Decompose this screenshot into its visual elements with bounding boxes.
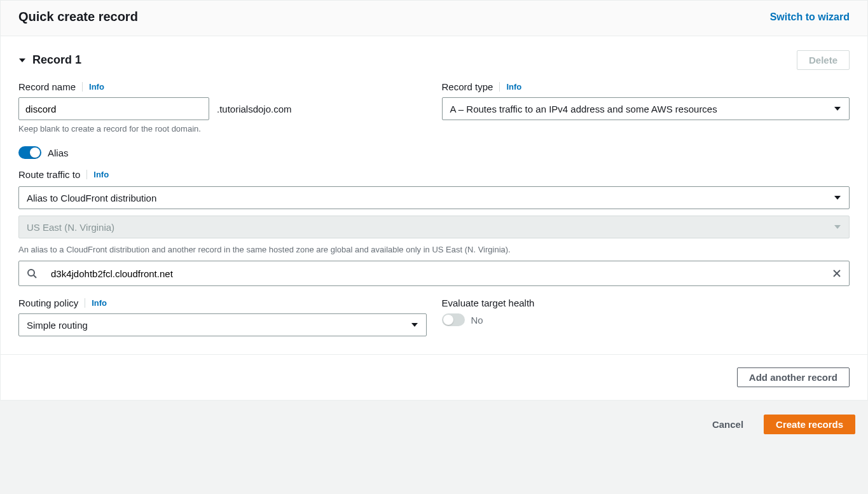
cancel-button[interactable]: Cancel: [701, 415, 755, 434]
routing-policy-label: Routing policy: [18, 298, 78, 308]
routing-policy-info-link[interactable]: Info: [85, 298, 107, 308]
alias-target-input[interactable]: [45, 262, 823, 285]
record-title: Record 1: [32, 53, 81, 67]
delete-button: Delete: [797, 50, 850, 70]
record-type-label: Record type: [442, 81, 493, 92]
alias-region-value: US East (N. Virginia): [27, 222, 114, 233]
page-title: Quick create record: [18, 10, 138, 24]
record-name-input[interactable]: [18, 97, 209, 120]
record-accordion-header[interactable]: Record 1: [18, 53, 81, 67]
svg-point-0: [28, 270, 34, 276]
alias-region-help: An alias to a CloudFront distribution an…: [18, 245, 850, 254]
record-type-info-link[interactable]: Info: [499, 82, 521, 92]
alias-endpoint-value: Alias to CloudFront distribution: [27, 193, 156, 203]
caret-down-icon: [411, 321, 418, 329]
caret-down-icon: [834, 223, 841, 231]
record-name-label: Record name: [18, 81, 76, 92]
clear-icon[interactable]: [832, 269, 841, 278]
alias-toggle[interactable]: [18, 146, 41, 159]
route-traffic-label: Route traffic to: [18, 169, 80, 180]
record-type-value: A – Routes traffic to an IPv4 address an…: [450, 104, 717, 114]
routing-policy-value: Simple routing: [27, 320, 88, 331]
route-traffic-info-link[interactable]: Info: [86, 170, 109, 179]
record-type-select[interactable]: A – Routes traffic to an IPv4 address an…: [442, 97, 850, 120]
evaluate-health-toggle: [442, 313, 465, 326]
alias-endpoint-select[interactable]: Alias to CloudFront distribution: [18, 186, 850, 209]
record-name-help: Keep blank to create a record for the ro…: [18, 124, 427, 134]
alias-region-select: US East (N. Virginia): [18, 216, 850, 238]
record-name-info-link[interactable]: Info: [82, 82, 104, 92]
add-another-record-button[interactable]: Add another record: [737, 367, 850, 387]
domain-suffix: .tutorialsdojo.com: [217, 104, 292, 114]
svg-line-1: [34, 275, 36, 278]
caret-down-icon: [834, 105, 841, 113]
routing-policy-select[interactable]: Simple routing: [18, 313, 427, 336]
evaluate-health-value: No: [471, 315, 483, 326]
evaluate-health-label: Evaluate target health: [442, 298, 535, 308]
switch-to-wizard-link[interactable]: Switch to wizard: [770, 11, 850, 23]
caret-down-icon: [834, 194, 841, 202]
alias-label: Alias: [48, 148, 69, 158]
alias-target-combobox[interactable]: [18, 261, 850, 286]
create-records-button[interactable]: Create records: [764, 415, 855, 434]
search-icon: [27, 268, 37, 278]
caret-down-icon: [18, 57, 26, 64]
